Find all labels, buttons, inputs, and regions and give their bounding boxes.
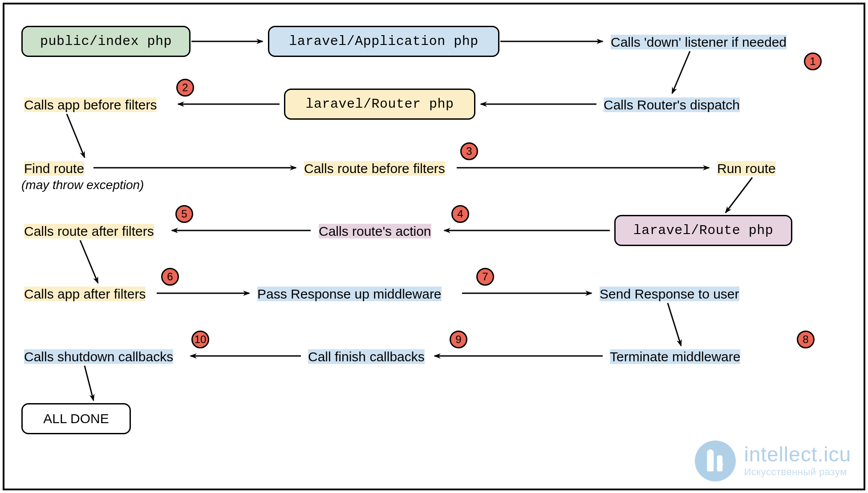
badge-4: 4 [451,205,469,223]
node-route-action: Calls route's action [316,223,434,239]
note-find-route: (may throw exception) [21,178,144,192]
node-down-listener: Calls 'down' listener if needed [608,34,789,50]
badge-6: 6 [161,268,179,286]
svg-point-19 [708,449,713,455]
node-public-index: public/index php [21,26,191,57]
badge-8: 8 [797,331,815,348]
diagram-frame: public/index php laravel/Application php… [3,3,865,490]
watermark: intellect.icu Искусственный разум [695,440,851,481]
node-route-before-filters: Calls route before filters [301,160,448,176]
badge-9: 9 [450,331,467,348]
node-route-after-filters: Calls route after filters [21,223,157,239]
node-laravel-route: laravel/Route php [614,215,792,246]
node-find-route: Find route [21,160,87,176]
node-shutdown-callbacks: Calls shutdown callbacks [21,348,176,364]
watermark-tagline: Искусственный разум [744,466,851,478]
node-laravel-application: laravel/Application php [268,26,499,57]
svg-line-5 [67,114,85,158]
node-router-dispatch: Calls Router's dispatch [601,97,742,113]
node-send-response: Send Response to user [597,286,742,302]
node-run-route: Run route [714,160,779,176]
badge-1: 1 [804,53,822,70]
svg-line-11 [80,240,98,283]
arrows-layer [4,4,867,492]
svg-rect-21 [717,456,722,472]
watermark-logo [695,440,736,481]
badge-10: 10 [191,331,209,348]
badge-2: 2 [176,79,194,97]
svg-line-14 [668,303,681,346]
svg-line-8 [726,178,752,213]
badge-5: 5 [175,205,193,223]
node-all-done: ALL DONE [21,403,131,434]
svg-line-17 [85,366,93,400]
node-finish-callbacks: Call finish callbacks [305,348,427,364]
badge-3: 3 [460,142,478,160]
node-terminate-middleware: Terminate middleware [607,348,743,364]
node-laravel-router: laravel/Router php [284,89,475,120]
node-pass-response: Pass Response up middleware [255,286,444,302]
node-app-before-filters: Calls app before filters [21,97,159,113]
watermark-brand: intellect.icu [744,444,851,465]
svg-line-2 [672,51,690,93]
badge-7: 7 [476,268,494,286]
node-app-after-filters: Calls app after filters [21,286,148,302]
